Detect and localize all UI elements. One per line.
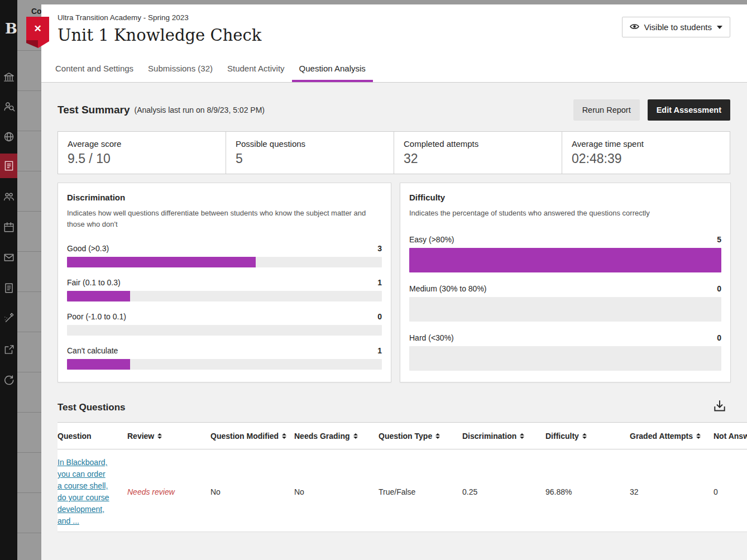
tab-content-and-settings[interactable]: Content and Settings [48,57,141,82]
discrimination-title: Discrimination [67,193,382,202]
background-page-title: Co [31,7,42,16]
eye-icon [630,22,639,32]
stat-completed-attempts: Completed attempts 32 [394,132,562,174]
stat-average-score: Average score 9.5 / 10 [58,132,226,174]
summary-stats: Average score 9.5 / 10 Possible question… [58,131,730,174]
base-navigation-sidebar: B [0,0,17,560]
institution-icon[interactable] [0,70,17,84]
bar-value: 1 [377,278,382,287]
bar-value: 0 [717,284,721,293]
sort-icon [282,433,286,439]
sort-icon [520,433,524,439]
bar-value: 0 [377,312,382,321]
sort-icon [157,433,162,439]
discrimination-bar-cant-calculate [67,359,382,370]
bar-label: Hard (<30%) [409,333,454,342]
stat-average-time-spent: Average time spent 02:48:39 [562,132,730,174]
test-questions-header: Test Questions [58,399,727,415]
difficulty-description: Indicates the percentage of students who… [409,208,721,219]
screen: Co B [0,0,747,560]
test-questions-table: Question Review Question Modified Needs … [58,422,747,532]
bar-label: Can't calculate [67,346,118,355]
chevron-down-icon [717,26,722,29]
tab-question-analysis[interactable]: Question Analysis [292,57,373,82]
discrimination-panel: Discrimination Indicates how well questi… [58,183,391,382]
col-discrimination[interactable]: Discrimination [462,423,545,449]
courses-icon-active[interactable] [0,154,17,178]
difficulty-bar-medium [409,297,721,322]
organizations-icon[interactable] [0,190,17,203]
tab-submissions[interactable]: Submissions (32) [141,57,220,82]
search-user-icon[interactable] [0,100,17,113]
col-needs-grading[interactable]: Needs Grading [294,423,379,449]
col-difficulty[interactable]: Difficulty [545,423,630,449]
tools-icon[interactable] [0,311,17,324]
activity-icon[interactable] [0,374,17,387]
assessment-panel: Ultra Transition Academy - Spring 2023 U… [41,4,747,560]
blackboard-logo: B [5,20,17,37]
col-review[interactable]: Review [127,423,210,449]
question-modified-value: No [210,487,294,496]
download-icon [712,407,727,415]
grades-icon[interactable] [0,281,17,295]
visibility-dropdown[interactable]: Visible to students [622,17,730,37]
visibility-label: Visible to students [644,22,712,32]
difficulty-bar-hard [409,346,721,371]
discrimination-description: Indicates how well questions differentia… [67,208,382,229]
messages-icon[interactable] [0,251,17,264]
sort-icon [435,433,440,439]
col-not-answered[interactable]: Not Answered [714,423,747,449]
test-summary-title: Test Summary [58,104,130,116]
bar-value: 5 [717,235,721,244]
close-icon: ✕ [33,24,41,33]
rerun-report-button[interactable]: Rerun Report [573,99,640,121]
difficulty-bar-easy [409,248,721,272]
discrimination-bar-good [67,257,382,267]
not-answered-value: 0 [714,487,747,496]
test-questions-title: Test Questions [58,402,712,413]
sort-icon [582,433,587,439]
difficulty-value: 96.88% [545,487,630,496]
col-question: Question [58,423,127,449]
bar-value: 1 [377,346,382,355]
bar-value: 3 [377,244,382,253]
discrimination-bar-fair [67,291,382,301]
bar-label: Good (>0.3) [67,244,109,253]
review-status: Needs review [127,487,210,496]
difficulty-title: Difficulty [409,193,721,202]
question-cell: In Blackboard, you can order a course sh… [58,457,127,527]
globe-icon[interactable] [0,130,17,143]
stat-possible-questions: Possible questions 5 [226,132,394,174]
bar-label: Fair (0.1 to 0.3) [67,278,121,287]
table-header-row: Question Review Question Modified Needs … [58,423,747,449]
bar-label: Easy (>80%) [409,235,454,244]
download-results-button[interactable] [712,399,727,415]
bar-value: 0 [717,333,721,342]
calendar-icon[interactable] [0,221,17,234]
test-summary-header: Test Summary (Analysis last run on 8/9/2… [58,99,730,121]
difficulty-panel: Difficulty Indicates the percentage of s… [400,183,731,382]
col-graded-attempts[interactable]: Graded Attempts [630,423,714,449]
sort-icon [696,433,701,439]
question-link[interactable]: In Blackboard, you can order a course sh… [58,457,110,527]
sign-out-icon[interactable] [0,343,17,356]
analysis-last-run: (Analysis last run on 8/9/23, 5:02 PM) [135,106,265,114]
tab-student-activity[interactable]: Student Activity [220,57,292,82]
close-panel-ribbon[interactable]: ✕ [26,17,49,48]
question-analysis-content: Test Summary (Analysis last run on 8/9/2… [41,83,747,560]
needs-grading-value: No [294,487,379,496]
tab-bar: Content and Settings Submissions (32) St… [41,57,747,83]
col-question-type[interactable]: Question Type [379,423,462,449]
bar-label: Poor (-1.0 to 0.1) [67,312,126,321]
sort-icon [353,433,358,439]
table-row: In Blackboard, you can order a course sh… [58,449,747,532]
ribbon-fold [26,40,49,48]
bar-label: Medium (30% to 80%) [409,284,487,293]
discrimination-value: 0.25 [462,487,545,496]
question-type-value: True/False [379,487,462,496]
discrimination-bar-poor [67,325,382,336]
edit-assessment-button[interactable]: Edit Assessment [648,99,730,121]
panel-header: Ultra Transition Academy - Spring 2023 U… [41,4,747,45]
col-question-modified[interactable]: Question Modified [210,423,294,449]
graded-attempts-value: 32 [630,487,714,496]
